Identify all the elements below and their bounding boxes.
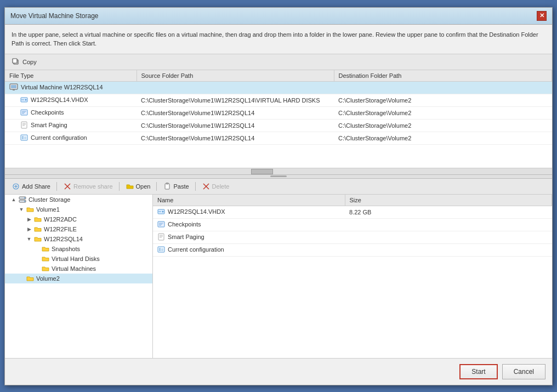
tree-item[interactable]: ▶ W12R2ADC: [5, 214, 152, 224]
folder-icon: [41, 245, 50, 253]
tree-label: Virtual Hard Disks: [52, 255, 100, 262]
upper-toolbar: Copy: [5, 54, 552, 70]
sep3: [156, 182, 157, 191]
upper-scrollbar-thumb[interactable]: [251, 169, 273, 174]
tree-label: W12R2ADC: [44, 216, 77, 223]
vhd-icon: W12R2SQL14.VHDX: [157, 208, 225, 215]
svg-point-33: [162, 211, 164, 212]
svg-point-30: [24, 197, 25, 198]
svg-rect-25: [166, 183, 168, 184]
svg-rect-39: [158, 234, 164, 240]
table-row[interactable]: Current configuration C:\ClusterStorage\…: [5, 132, 552, 144]
copy-label: Copy: [22, 59, 37, 65]
copy-icon: [12, 58, 20, 66]
start-button[interactable]: Start: [459, 364, 497, 379]
paste-label: Paste: [173, 183, 189, 190]
detail-row[interactable]: Smart Paging: [153, 231, 552, 243]
sep4: [195, 182, 196, 191]
col-filetype: File Type: [5, 70, 137, 82]
tree-label: W12R2FILE: [44, 226, 77, 232]
col-source: Source Folder Path: [137, 70, 334, 82]
tree-expand-icon: ▶: [25, 226, 33, 232]
detail-col-size: Size: [345, 195, 552, 206]
pane-splitter[interactable]: [5, 174, 552, 179]
svg-rect-45: [161, 248, 163, 251]
table-row[interactable]: Virtual Machine W12R2SQL14: [5, 81, 552, 94]
lower-content: ▲ Cluster Storage ▼ Volume1 ▶ W12R2ADC ▶…: [5, 195, 552, 358]
folder-icon: [41, 265, 50, 272]
paste-button[interactable]: Paste: [161, 181, 191, 192]
add-share-icon: [12, 182, 20, 191]
dialog-footer: Start Cancel: [5, 358, 552, 385]
tree-item[interactable]: Virtual Hard Disks: [5, 254, 152, 264]
tree-label: W12R2SQL14: [44, 236, 83, 242]
open-button[interactable]: Open: [123, 181, 153, 192]
detail-row[interactable]: Checkpoints: [153, 218, 552, 231]
folder-icon: [26, 206, 35, 213]
tree-item[interactable]: Virtual Machines: [5, 264, 152, 274]
svg-point-31: [24, 201, 25, 202]
open-label: Open: [136, 183, 151, 190]
folder-icon: [33, 225, 42, 233]
tree-item[interactable]: ▲ Cluster Storage: [5, 195, 152, 204]
svg-rect-44: [159, 248, 161, 251]
table-row[interactable]: Checkpoints C:\ClusterStorage\Volume1\W1…: [5, 106, 552, 119]
table-row[interactable]: Smart Paging C:\ClusterStorage\Volume1\W…: [5, 119, 552, 132]
server-icon: [18, 196, 27, 203]
tree-label: Cluster Storage: [29, 196, 70, 203]
svg-rect-24: [165, 184, 169, 189]
folder-icon: [26, 275, 35, 282]
svg-rect-3: [11, 85, 16, 88]
tree-expand-icon: ▲: [9, 197, 18, 202]
checkpoint-icon: Checkpoints: [20, 109, 64, 116]
config-icon: Current configuration: [157, 246, 224, 253]
upper-scrollbar[interactable]: [5, 168, 552, 174]
cancel-button[interactable]: Cancel: [502, 364, 545, 379]
add-share-label: Add Share: [22, 183, 50, 190]
tree-label: Snapshots: [52, 246, 80, 252]
dialog-window: Move Virtual Machine Storage ✕ In the up…: [4, 7, 553, 385]
open-icon: [126, 182, 134, 191]
copy-button[interactable]: Copy: [9, 56, 39, 67]
dialog-title: Move Virtual Machine Storage: [10, 12, 99, 20]
tree-item[interactable]: ▼ Volume1: [5, 204, 152, 214]
detail-row[interactable]: Current configuration: [153, 243, 552, 256]
tree-expand-icon: ▼: [17, 207, 26, 212]
table-row[interactable]: W12R2SQL14.VHDX C:\ClusterStorage\Volume…: [5, 94, 552, 106]
file-table: File Type Source Folder Path Destination…: [5, 70, 552, 145]
tree-item[interactable]: Volume2: [5, 274, 152, 283]
tree-item[interactable]: Snapshots: [5, 244, 152, 254]
file-table-container[interactable]: File Type Source Folder Path Destination…: [5, 70, 552, 168]
lower-toolbar: Add Share Remove share Open: [5, 179, 552, 195]
title-bar: Move Virtual Machine Storage ✕: [5, 8, 552, 25]
lower-pane: Add Share Remove share Open: [5, 179, 552, 358]
sep1: [56, 182, 57, 191]
detail-table: Name Size W12R2SQL14.VHDX 8.22 GB Checkp…: [153, 195, 552, 257]
tree-item[interactable]: ▼ W12R2SQL14: [5, 234, 152, 244]
delete-icon: [202, 182, 211, 191]
remove-share-button[interactable]: Remove share: [61, 181, 115, 192]
tree-item[interactable]: ▶ W12R2FILE: [5, 224, 152, 234]
folder-icon: [33, 215, 42, 223]
tree-expand-icon: ▼: [25, 236, 33, 242]
svg-rect-18: [24, 137, 26, 139]
tree-expand-icon: ▶: [25, 217, 33, 222]
sep2: [119, 182, 120, 191]
delete-button[interactable]: Delete: [200, 181, 232, 192]
add-share-button[interactable]: Add Share: [9, 181, 53, 192]
upper-pane: Copy File Type Source Folder Path Destin…: [5, 54, 552, 174]
vm-icon: Virtual Machine W12R2SQL14: [9, 83, 103, 91]
close-button[interactable]: ✕: [537, 11, 547, 21]
delete-label: Delete: [212, 183, 230, 190]
detail-row[interactable]: W12R2SQL14.VHDX 8.22 GB: [153, 206, 552, 218]
remove-share-label: Remove share: [73, 183, 113, 190]
page-icon: Smart Paging: [20, 121, 67, 129]
checkpoint-icon: Checkpoints: [157, 220, 201, 228]
tree-pane[interactable]: ▲ Cluster Storage ▼ Volume1 ▶ W12R2ADC ▶…: [5, 195, 153, 358]
folder-icon: [41, 255, 50, 263]
svg-point-6: [25, 99, 27, 100]
detail-col-name: Name: [153, 195, 345, 206]
detail-pane[interactable]: Name Size W12R2SQL14.VHDX 8.22 GB Checkp…: [153, 195, 552, 358]
svg-rect-17: [22, 136, 24, 139]
instructions-text: In the upper pane, select a virtual mach…: [5, 25, 552, 54]
